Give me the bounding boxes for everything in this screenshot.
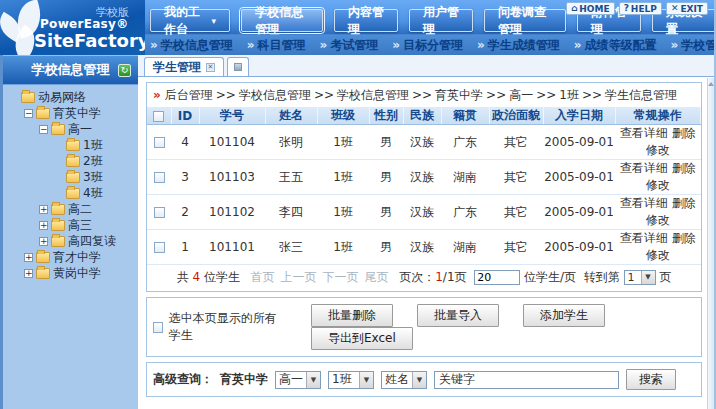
table-cell: 2005-09-01 (543, 160, 615, 195)
goto-page-select[interactable]: 1 ▼ (624, 270, 656, 285)
class-select[interactable]: 1班 ▼ (328, 371, 374, 389)
school-tree: 动易网络−育英中学−高一1班2班3班4班+高二+高三+高四复读+育才中学+黄岗中… (3, 85, 138, 281)
tree-item[interactable]: 3班 (3, 169, 138, 185)
breadcrumb-item[interactable]: 后台管理 (165, 88, 213, 102)
folder-icon (51, 236, 65, 247)
home-icon: ⌂ (571, 4, 577, 13)
bulk-import-button[interactable]: 批量导入 (417, 304, 499, 327)
view-detail-link[interactable]: 查看详细 (620, 231, 668, 245)
total-label: 共 (177, 270, 189, 284)
tiny-btn-label: HOME (579, 4, 609, 14)
breadcrumb-item[interactable]: 育英中学 (435, 88, 483, 102)
row-checkbox[interactable] (154, 137, 165, 148)
view-detail-link[interactable]: 查看详细 (620, 126, 668, 140)
modify-link[interactable]: 修改 (646, 213, 670, 227)
tab-close-icon[interactable]: ✕ (206, 63, 215, 72)
menu-users[interactable]: 用户管理 (409, 9, 473, 32)
delete-link[interactable]: 删除 (672, 161, 696, 175)
submenu-link[interactable]: »成绩等级配置 (574, 37, 657, 54)
delete-link[interactable]: 删除 (672, 196, 696, 210)
header-checkbox[interactable] (153, 111, 164, 122)
tree-item[interactable]: 2班 (3, 153, 138, 169)
tree-item[interactable]: +育才中学 (3, 249, 138, 265)
submenu-link[interactable]: »学校信息管理 (150, 37, 233, 54)
page-current: 1 (435, 270, 443, 284)
breadcrumb-item[interactable]: 学生信息管理 (605, 88, 677, 102)
view-detail-link[interactable]: 查看详细 (620, 161, 668, 175)
menu-survey[interactable]: 问卷调查管理 (484, 9, 566, 32)
field-select[interactable]: 姓名 ▼ (381, 371, 427, 389)
breadcrumb-item[interactable]: 高一 (509, 88, 533, 102)
column-header: ID (171, 107, 199, 125)
menu-my-workspace[interactable]: 我的工作台▾ (150, 9, 230, 32)
submenu-link[interactable]: »科目管理 (247, 37, 306, 54)
menu-school-info[interactable]: 学校信息管理 (241, 9, 323, 32)
tree-item[interactable]: +黄岗中学 (3, 265, 138, 281)
page-nav-link[interactable]: 下一页 (323, 270, 359, 284)
table-cell: 1 (171, 230, 199, 265)
tree-toggle-icon[interactable]: + (39, 205, 48, 214)
table-cell: 其它 (489, 195, 543, 230)
row-checkbox[interactable] (154, 172, 165, 183)
keyword-input[interactable] (434, 371, 619, 389)
export-excel-button[interactable]: 导出到Excel (311, 327, 413, 350)
tree-toggle-icon[interactable]: + (24, 253, 33, 262)
tree-item[interactable]: −育英中学 (3, 105, 138, 121)
breadcrumb-item[interactable]: 1班 (559, 88, 579, 102)
column-header: 姓名 (265, 107, 317, 125)
submenu-link[interactable]: »学生成绩管理 (477, 37, 560, 54)
row-checkbox[interactable] (154, 242, 165, 253)
breadcrumb-item[interactable]: 学校信息管理 (337, 88, 409, 102)
submenu-label: 成绩等级配置 (585, 38, 657, 52)
chevron-down-icon: ▼ (306, 372, 320, 388)
select-all-checkbox[interactable] (153, 322, 163, 333)
tree-item[interactable]: 4班 (3, 185, 138, 201)
modify-link[interactable]: 修改 (646, 143, 670, 157)
add-student-button[interactable]: 添加学生 (523, 304, 605, 327)
delete-link[interactable]: 删除 (672, 126, 696, 140)
submenu-link[interactable]: »目标分管理 (392, 37, 463, 54)
panel-splitter[interactable] (707, 78, 714, 409)
search-button[interactable]: 搜索 (626, 369, 676, 390)
page-nav-link[interactable]: 上一页 (281, 270, 317, 284)
tree-toggle-icon[interactable]: + (39, 221, 48, 230)
tab-student-management[interactable]: 学生管理 ✕ (144, 57, 224, 76)
modify-link[interactable]: 修改 (646, 178, 670, 192)
tree-toggle-icon[interactable]: − (24, 109, 33, 118)
table-cell: 湖南 (441, 160, 489, 195)
tab-stub[interactable] (227, 57, 249, 76)
table-cell: 广东 (441, 125, 489, 160)
page-nav-link[interactable]: 首页 (251, 270, 275, 284)
breadcrumb-item[interactable]: 学校信息管理 (239, 88, 311, 102)
help-link[interactable]: ?HELP (619, 2, 662, 15)
view-detail-link[interactable]: 查看详细 (620, 196, 668, 210)
folder-icon (36, 252, 50, 263)
home-link[interactable]: ⌂HOME (566, 2, 615, 15)
submenu-link[interactable]: »考试管理 (320, 37, 379, 54)
row-checkbox[interactable] (154, 207, 165, 218)
folder-icon (66, 188, 80, 199)
refresh-tree-icon[interactable]: ↻ (118, 64, 131, 77)
per-page-input[interactable] (474, 270, 520, 285)
tree-item[interactable]: 1班 (3, 137, 138, 153)
exit-link[interactable]: ✕EXIT (666, 2, 708, 15)
table-cell: 汉族 (403, 195, 441, 230)
tree-item[interactable]: +高四复读 (3, 233, 138, 249)
tree-item-label: 3班 (83, 169, 103, 186)
breadcrumb-marker-icon: » (153, 88, 161, 102)
tree-item[interactable]: +高二 (3, 201, 138, 217)
tree-item[interactable]: −高一 (3, 121, 138, 137)
tree-toggle-icon[interactable]: + (39, 237, 48, 246)
page-nav-link[interactable]: 尾页 (365, 270, 389, 284)
menu-content[interactable]: 内容管理 (334, 9, 398, 32)
submenu-link[interactable]: »学校管理员管理 (671, 37, 716, 54)
delete-link[interactable]: 删除 (672, 231, 696, 245)
tree-toggle-icon[interactable]: − (39, 125, 48, 134)
tree-toggle-icon[interactable]: + (24, 269, 33, 278)
sidebar-header: 学校信息管理 ↻ (3, 55, 138, 85)
grade-select[interactable]: 高一 ▼ (275, 371, 321, 389)
bulk-delete-button[interactable]: 批量删除 (311, 304, 393, 327)
tree-item[interactable]: 动易网络 (3, 89, 138, 105)
tree-item[interactable]: +高三 (3, 217, 138, 233)
modify-link[interactable]: 修改 (646, 248, 670, 262)
